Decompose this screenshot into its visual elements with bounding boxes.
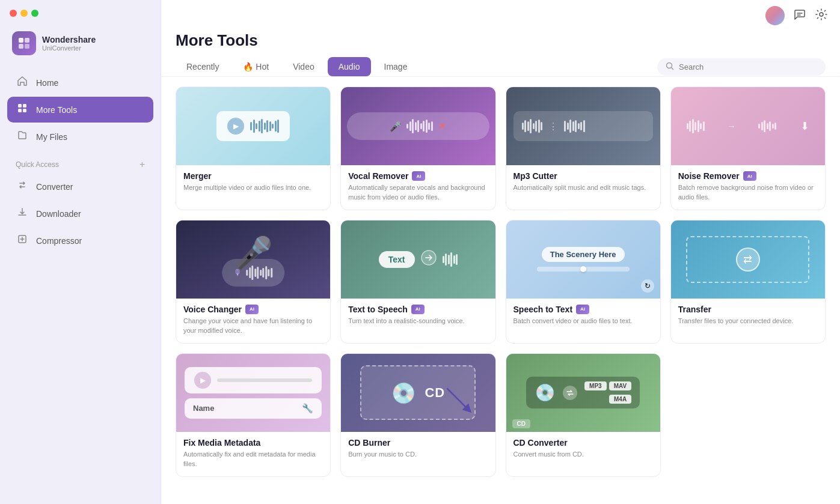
chat-icon[interactable] (793, 8, 806, 24)
tool-thumb-cdconverter: 💿 MP3 MAV M4A (506, 354, 660, 432)
ai-badge-noise: AI (743, 171, 756, 181)
user-avatar[interactable] (765, 6, 785, 25)
svg-rect-1 (25, 38, 29, 43)
tool-info-mp3: Mp3 Cutter Automatically split music and… (506, 165, 660, 200)
mp3-waveform1 (522, 117, 543, 135)
tab-audio[interactable]: Audio (328, 57, 371, 76)
tool-card-merger[interactable]: ▶ (176, 87, 331, 210)
tool-desc-voice: Change your voice and have fun listening… (183, 317, 323, 336)
cd-converter-arrows-icon (563, 386, 577, 400)
stt-refresh-icon: ↻ (641, 279, 654, 293)
tool-card-cd-burner[interactable]: 💿 CD (340, 353, 495, 477)
tool-desc-fix-metadata: Automatically fix and edit metadata for … (183, 450, 323, 469)
app-header: Wondershare UniConverter (0, 19, 161, 65)
tool-card-text-to-speech[interactable]: Text (340, 220, 495, 344)
tool-thumb-noise: → ⬇ (671, 87, 825, 165)
app-logo (12, 31, 36, 55)
minimize-window-btn[interactable] (20, 10, 28, 17)
svg-rect-2 (19, 44, 23, 49)
tool-card-speech-to-text[interactable]: The Scenery Here ↻ Speech to Text AI Bat… (506, 220, 661, 344)
cd-disc-icon: 💿 (391, 381, 416, 405)
settings-icon[interactable] (815, 8, 828, 24)
sidebar-item-my-files[interactable]: My Files (7, 124, 153, 150)
scenery-label: The Scenery Here (542, 247, 625, 262)
tool-card-noise-remover[interactable]: → ⬇ (670, 87, 826, 210)
tool-info-voice: Voice Changer AI Change your voice and h… (176, 299, 330, 343)
quick-access-label: Quick Access + (7, 151, 153, 174)
tool-desc-tts: Turn text into a realistic-sounding voic… (348, 317, 488, 326)
tool-info-tts: Text to Speech AI Turn text into a reali… (341, 299, 495, 333)
sidebar-item-compressor[interactable]: Compressor (7, 228, 153, 254)
tool-info-cd-converter: CD Converter Convert music from CD. (506, 432, 660, 467)
tool-name-cd-converter: CD Converter (514, 438, 653, 448)
converter-icon (16, 180, 29, 193)
tool-name-merger: Merger (183, 171, 323, 181)
tool-name-voice: Voice Changer AI (183, 305, 323, 314)
vocal-close-icon[interactable]: ✕ (438, 120, 447, 133)
search-box (657, 58, 826, 76)
tool-card-fix-metadata[interactable]: ▶ Name 🔧 Fix Media Metadata Automaticall… (176, 353, 331, 477)
tool-name-cd-burner: CD Burner (348, 438, 488, 448)
tool-name-tts: Text to Speech AI (348, 305, 488, 314)
sidebar-item-more-tools[interactable]: More Tools (7, 97, 153, 123)
ai-badge-voice: AI (245, 305, 259, 314)
tab-image[interactable]: Image (373, 57, 418, 76)
tools-grid: ▶ (161, 77, 840, 504)
tool-card-mp3-cutter[interactable]: ⋮ Mp3 Cutter Automatically split music a… (506, 87, 661, 210)
sidebar-item-more-tools-label: More Tools (36, 105, 77, 115)
tool-desc-vocal: Automatically separate vocals and backgr… (348, 183, 488, 202)
tool-thumb-voice: 🎙 🎤 (176, 220, 330, 299)
stt-slider (537, 267, 630, 272)
tool-info-fix-metadata: Fix Media Metadata Automatically fix and… (176, 432, 330, 476)
tool-info-cd-burner: CD Burner Burn your music to CD. (341, 432, 495, 467)
search-input[interactable] (679, 62, 817, 71)
page-title: More Tools (176, 31, 826, 50)
tool-desc-merger: Merge multiple video or audio files into… (183, 183, 323, 193)
sidebar-item-home[interactable]: Home (7, 70, 153, 96)
tool-thumb-merger: ▶ (176, 87, 330, 165)
tool-desc-noise: Batch remove background noise from video… (678, 183, 818, 202)
fix-wrench-icon: 🔧 (302, 403, 313, 414)
tab-video[interactable]: Video (282, 57, 325, 76)
maximize-window-btn[interactable] (31, 10, 38, 17)
tool-card-voice-changer[interactable]: 🎙 🎤 Voice Changer AI (176, 220, 331, 344)
tool-name-fix-metadata: Fix Media Metadata (183, 438, 323, 448)
topbar (161, 0, 840, 31)
format-mp3: MP3 (584, 381, 607, 390)
tool-card-transfer[interactable]: ⇄ Transfer Transfer files to your connec… (670, 220, 826, 344)
burner-arrow (441, 383, 477, 421)
sidebar-item-converter[interactable]: Converter (7, 174, 153, 199)
more-tools-icon (16, 103, 29, 117)
tool-desc-cd-burner: Burn your music to CD. (348, 450, 488, 460)
topbar-right (765, 6, 828, 25)
sidebar-item-my-files-label: My Files (36, 132, 67, 142)
main-content: More Tools Recently 🔥 Hot Video Audio Im… (161, 0, 840, 504)
downloader-icon (16, 207, 29, 220)
mp3-divider-icon: ⋮ (548, 121, 558, 132)
tts-waveform-group (443, 250, 458, 269)
fix-metadata-card: ▶ (185, 367, 322, 393)
svg-rect-4 (18, 104, 22, 108)
tool-card-vocal-remover[interactable]: 🎤 ✕ Vocal Remover AI (340, 87, 495, 210)
tool-name-vocal: Vocal Remover AI (348, 171, 488, 181)
tool-thumb-mp3: ⋮ (506, 87, 660, 165)
tab-hot[interactable]: 🔥 Hot (232, 57, 280, 76)
svg-rect-0 (19, 38, 23, 43)
mp3-waveform2 (564, 117, 585, 135)
add-quick-access-button[interactable]: + (139, 159, 145, 170)
sidebar-item-downloader[interactable]: Downloader (7, 201, 153, 226)
sidebar-item-compressor-label: Compressor (36, 236, 82, 246)
tabs-bar: Recently 🔥 Hot Video Audio Image (161, 57, 840, 77)
noise-waveform: → ⬇ (678, 113, 818, 139)
ai-badge-tts: AI (411, 305, 425, 314)
noise-arrow-icon: → (728, 121, 736, 131)
close-window-btn[interactable] (10, 10, 17, 17)
fix-name-badge: Name 🔧 (185, 398, 322, 419)
tool-name-mp3: Mp3 Cutter (514, 171, 653, 181)
tab-recently[interactable]: Recently (176, 57, 230, 76)
tool-thumb-tts: Text (341, 220, 495, 299)
tool-name-stt: Speech to Text AI (514, 305, 653, 314)
svg-rect-5 (23, 104, 26, 108)
tool-info-stt: Speech to Text AI Batch convert video or… (506, 299, 660, 333)
tool-card-cd-converter[interactable]: 💿 MP3 MAV M4A (506, 353, 661, 477)
